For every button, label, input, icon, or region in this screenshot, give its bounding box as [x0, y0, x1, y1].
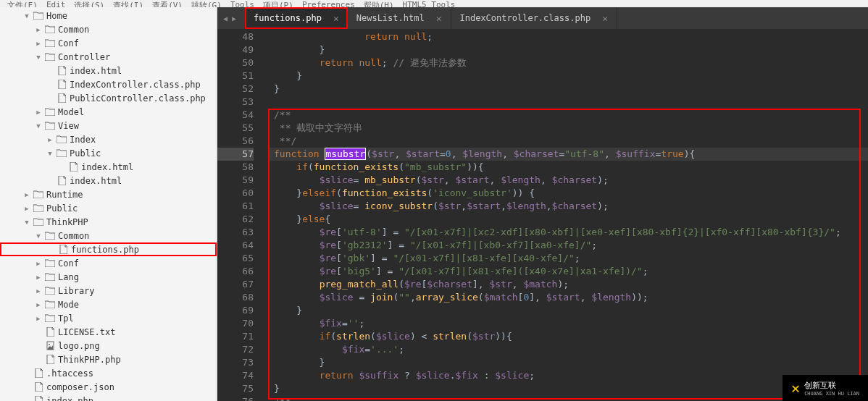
tree-file[interactable]: PublicController.class.php [0, 91, 217, 105]
menu-item[interactable]: Preferences [302, 0, 355, 7]
tab-nav-arrows[interactable]: ◀ ▶ [223, 14, 236, 22]
tree-folder[interactable]: ▶Index [0, 132, 217, 146]
code-line[interactable]: $fix=''; [268, 317, 868, 330]
editor-tab[interactable]: IndexController.class.php× [451, 7, 617, 29]
expand-arrow-icon[interactable]: ▶ [23, 191, 30, 198]
tree-folder[interactable]: ▶Common [0, 22, 217, 36]
code-line[interactable]: /** [268, 395, 868, 401]
tree-folder[interactable]: ▼Controller [0, 50, 217, 64]
code-line[interactable]: } [268, 83, 868, 96]
code-line[interactable]: $fix='...'; [268, 343, 868, 356]
code-line[interactable]: } [268, 356, 868, 369]
code-line[interactable]: $slice= mb_substr($str, $start, $length,… [268, 174, 868, 187]
expand-arrow-icon[interactable]: ▼ [23, 219, 30, 226]
code-line[interactable]: $slice = join("",array_slice($match[0], … [268, 291, 868, 304]
menu-item[interactable]: HTML5 Tools [403, 0, 456, 7]
tree-file[interactable]: LICENSE.txt [0, 325, 217, 339]
tree-file[interactable]: functions.php [0, 242, 217, 256]
code-line[interactable]: }elseif(function_exists('iconv_substr'))… [268, 187, 868, 200]
tree-folder[interactable]: ▶Library [0, 284, 217, 297]
code-line[interactable]: if(strlen($slice) < strlen($str)){ [268, 330, 868, 343]
menu-item[interactable]: 帮助(H) [364, 0, 394, 7]
tree-file[interactable]: .htaccess [0, 366, 217, 380]
code-line[interactable]: function msubstr($str, $start=0, $length… [268, 148, 868, 161]
code-line[interactable]: if(function_exists("mb_substr")){ [268, 161, 868, 174]
expand-arrow-icon[interactable]: ▼ [35, 232, 42, 240]
tree-item-label: ThinkPHP [46, 217, 88, 227]
expand-arrow-icon[interactable]: ▶ [35, 287, 42, 295]
code-line[interactable]: ** 截取中文字符串 [268, 122, 868, 135]
code-line[interactable]: $slice= iconv_substr($str,$start,$length… [268, 200, 868, 213]
menu-item[interactable]: 项目(P) [263, 0, 293, 7]
code-line[interactable]: return null; [268, 30, 868, 43]
tree-folder[interactable]: ▶Public [0, 201, 217, 215]
tree-file[interactable]: index.php [0, 394, 217, 401]
menu-item[interactable]: 跳转(G) [191, 0, 222, 7]
editor-tab[interactable]: NewsList.html× [348, 7, 451, 29]
expand-arrow-icon[interactable]: ▶ [35, 260, 42, 267]
tree-file[interactable]: ThinkPHP.php [0, 353, 217, 366]
code-line[interactable]: }else{ [268, 213, 868, 226]
tree-file[interactable]: IndexController.class.php [0, 77, 217, 91]
tree-item-label: index.html [70, 176, 122, 186]
code-line[interactable]: return $suffix ? $slice.$fix : $slice; [268, 369, 868, 382]
code-line[interactable] [268, 96, 868, 109]
code-line[interactable]: $re['gbk'] = "/[x01-x7f]|[x81-xfe][x40-x… [268, 252, 868, 265]
editor-tab[interactable]: functions.php× [245, 7, 348, 29]
expand-arrow-icon[interactable]: ▶ [35, 26, 42, 33]
code-line[interactable]: $re['big5'] = "/[x01-x7f]|[x81-xfe]([x40… [268, 265, 868, 278]
expand-arrow-icon[interactable]: ▶ [23, 205, 30, 212]
tree-item-label: Mode [58, 300, 79, 310]
tree-folder[interactable]: ▼Common [0, 229, 217, 242]
menu-item[interactable]: 查找(I) [113, 0, 143, 7]
menu-item[interactable]: Tools [230, 0, 254, 7]
close-icon[interactable]: × [333, 13, 339, 24]
code-line[interactable]: } [268, 69, 868, 83]
code-line[interactable]: /** [268, 109, 868, 122]
code-line[interactable]: preg_match_all($re[$charset], $str, $mat… [268, 278, 868, 291]
tree-file[interactable]: index.html [0, 160, 217, 174]
close-icon[interactable]: × [602, 13, 608, 24]
menu-item[interactable]: 文件(F) [7, 0, 38, 7]
tree-file[interactable]: index.html [0, 64, 217, 77]
expand-arrow-icon[interactable]: ▼ [46, 150, 54, 157]
code-area[interactable]: 4849505152535455565758596061626364656667… [217, 29, 868, 401]
expand-arrow-icon[interactable]: ▶ [35, 40, 42, 47]
tree-folder[interactable]: ▶Runtime [0, 187, 217, 201]
tree-file[interactable]: logo.png [0, 339, 217, 353]
expand-arrow-icon[interactable]: ▶ [46, 136, 54, 143]
code-line[interactable]: } [268, 382, 868, 395]
tree-folder[interactable]: ▶Model [0, 105, 217, 119]
code-line[interactable]: **/ [268, 135, 868, 148]
tree-folder[interactable]: ▼View [0, 119, 217, 132]
code-line[interactable]: } [268, 43, 868, 56]
expand-arrow-icon[interactable]: ▼ [35, 54, 42, 61]
menu-item[interactable]: Edit [46, 0, 66, 7]
tree-folder[interactable]: ▶Mode [0, 297, 217, 311]
code-line[interactable]: $re['gb2312'] = "/[x01-x7f]|[xb0-xf7][xa… [268, 239, 868, 252]
code-line[interactable]: return null; // 避免非法参数 [268, 56, 868, 69]
expand-arrow-icon[interactable]: ▼ [23, 12, 30, 20]
expand-arrow-icon[interactable]: ▶ [35, 109, 42, 116]
tree-folder[interactable]: ▶Tpl [0, 311, 217, 325]
expand-arrow-icon[interactable]: ▶ [35, 315, 42, 322]
tree-folder[interactable]: ▼ThinkPHP [0, 215, 217, 229]
expand-arrow-icon[interactable]: ▶ [35, 301, 42, 308]
code-line[interactable]: } [268, 304, 868, 317]
tree-folder[interactable]: ▶Conf [0, 256, 217, 270]
tree-file[interactable]: index.html [0, 174, 217, 187]
tree-file[interactable]: composer.json [0, 380, 217, 394]
expand-arrow-icon[interactable]: ▼ [35, 122, 42, 130]
menu-item[interactable]: 选择(S) [74, 0, 104, 7]
menu-item[interactable]: 查看(V) [152, 0, 183, 7]
close-icon[interactable]: × [436, 13, 442, 24]
code-content[interactable]: return null; } return null; // 避免非法参数 }}… [268, 29, 868, 401]
line-number: 66 [217, 265, 254, 278]
tree-folder[interactable]: ▶Conf [0, 36, 217, 50]
expand-arrow-icon[interactable]: ▶ [35, 274, 42, 281]
tree-folder[interactable]: ▶Lang [0, 270, 217, 284]
tree-folder[interactable]: ▼Home [0, 9, 217, 22]
code-line[interactable]: $re['utf-8'] = "/[x01-x7f]|[xc2-xdf][x80… [268, 226, 868, 239]
tree-folder[interactable]: ▼Public [0, 146, 217, 160]
file-tree-sidebar[interactable]: ▼Home▶Common▶Conf▼Controllerindex.htmlIn… [0, 7, 217, 401]
